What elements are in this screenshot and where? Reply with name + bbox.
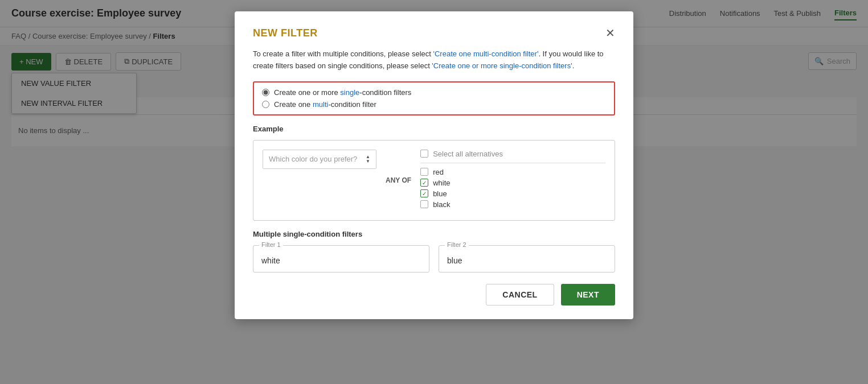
- example-box: Which color do you prefer? ▲▼ ANY OF Sel…: [253, 140, 615, 221]
- question-text: Which color do you prefer?: [269, 155, 357, 163]
- alternative-red: red: [420, 168, 605, 176]
- label-red: red: [433, 168, 444, 176]
- next-button[interactable]: NEXT: [561, 284, 615, 305]
- new-filter-modal: NEW FILTER ✕ To create a filter with mul…: [235, 11, 633, 319]
- radio-multi-condition[interactable]: Create one multi-condition filter: [262, 100, 606, 109]
- filter-type-options: Create one or more single-condition filt…: [253, 81, 615, 115]
- select-all-checkbox[interactable]: [420, 150, 428, 158]
- alternative-black: black: [420, 200, 605, 209]
- filters-row: Filter 1 white Filter 2 blue: [253, 245, 615, 272]
- any-of-label: ANY OF: [386, 176, 411, 184]
- modal-title: NEW FILTER: [253, 27, 318, 39]
- highlight-multi: 'Create one multi‑condition filter': [433, 49, 539, 58]
- select-all-label: Select all alternatives: [433, 150, 503, 158]
- multiple-filters-label: Multiple single-condition filters: [253, 230, 615, 238]
- spinner-icon: ▲▼: [366, 155, 370, 164]
- select-all-alternatives: Select all alternatives: [420, 150, 605, 163]
- modal-description: To create a filter with multiple conditi…: [253, 48, 615, 72]
- filter-1-box: Filter 1 white: [253, 245, 429, 272]
- example-label: Example: [253, 125, 615, 133]
- checkbox-blue[interactable]: ✓: [420, 189, 428, 197]
- alternative-blue: ✓ blue: [420, 189, 605, 198]
- filter-2-box: Filter 2 blue: [439, 245, 615, 272]
- question-dropdown[interactable]: Which color do you prefer? ▲▼: [263, 150, 376, 169]
- radio-single-condition[interactable]: Create one or more single-condition filt…: [262, 88, 606, 97]
- filter-2-label: Filter 2: [445, 241, 469, 248]
- modal-header: NEW FILTER ✕: [253, 27, 615, 39]
- cancel-button[interactable]: CANCEL: [486, 284, 554, 305]
- alternative-white: ✓ white: [420, 179, 605, 187]
- label-white: white: [433, 179, 450, 187]
- checkbox-white[interactable]: ✓: [420, 179, 428, 187]
- label-blue: blue: [433, 189, 447, 198]
- filter-2-value: blue: [447, 256, 607, 265]
- modal-footer: CANCEL NEXT: [253, 284, 615, 305]
- alternatives-box: Select all alternatives red ✓ white ✓ bl…: [420, 150, 605, 211]
- checkbox-black[interactable]: [420, 200, 428, 208]
- filter-1-value: white: [261, 256, 421, 265]
- close-button[interactable]: ✕: [605, 27, 615, 39]
- checkbox-red[interactable]: [420, 168, 428, 176]
- filter-1-label: Filter 1: [259, 241, 283, 248]
- label-black: black: [433, 200, 450, 209]
- highlight-single: 'Create one or more single‑condition fil…: [432, 61, 572, 70]
